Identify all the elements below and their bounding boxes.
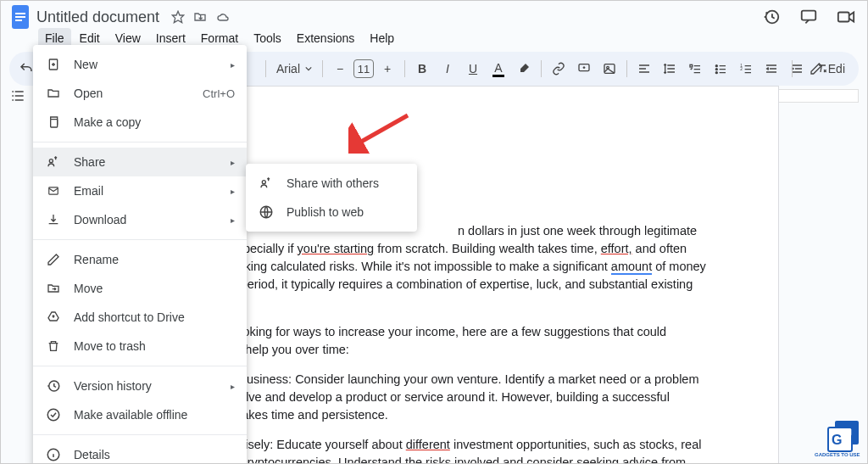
menu-separator bbox=[33, 239, 247, 240]
copy-icon bbox=[45, 114, 62, 131]
svg-marker-4 bbox=[172, 11, 183, 22]
paragraph[interactable]: 2. Invest wisely: Educate yourself about… bbox=[186, 436, 719, 463]
document-title[interactable]: Untitled document bbox=[31, 7, 164, 28]
svg-rect-3 bbox=[15, 20, 22, 21]
menu-help[interactable]: Help bbox=[363, 28, 401, 48]
menu-item-share[interactable]: Share ▸ bbox=[33, 148, 247, 176]
separator bbox=[265, 60, 266, 77]
menu-item-open[interactable]: Open Ctrl+O bbox=[33, 79, 247, 108]
svg-point-19 bbox=[49, 159, 53, 163]
menu-separator bbox=[33, 434, 247, 435]
menu-item-email[interactable]: Email ▸ bbox=[33, 176, 247, 205]
line-spacing-button[interactable] bbox=[658, 57, 682, 81]
paragraph[interactable]: If you're looking for ways to increase y… bbox=[186, 323, 719, 359]
menu-extensions[interactable]: Extensions bbox=[290, 28, 361, 48]
share-icon bbox=[45, 154, 62, 171]
star-icon[interactable] bbox=[171, 10, 185, 24]
font-family-selector[interactable]: Arial bbox=[271, 62, 317, 75]
svg-rect-6 bbox=[802, 11, 816, 20]
editing-mode-button[interactable]: Edi bbox=[801, 62, 854, 75]
svg-point-29 bbox=[262, 181, 265, 184]
numbered-list-button[interactable]: 12 bbox=[734, 57, 758, 81]
checklist-button[interactable] bbox=[683, 57, 707, 81]
highlight-button[interactable] bbox=[512, 57, 536, 81]
bold-button[interactable]: B bbox=[410, 57, 434, 81]
history-icon[interactable] bbox=[762, 8, 781, 26]
menu-item-rename[interactable]: Rename bbox=[33, 245, 247, 274]
menu-item-new[interactable]: New ▸ bbox=[33, 50, 247, 79]
menu-item-offline[interactable]: Make available offline bbox=[33, 400, 247, 429]
menu-item-download[interactable]: Download ▸ bbox=[33, 205, 247, 234]
menu-item-move[interactable]: Move bbox=[33, 274, 247, 303]
svg-rect-18 bbox=[51, 120, 58, 127]
svg-text:G: G bbox=[832, 433, 842, 447]
svg-point-14 bbox=[715, 72, 717, 74]
separator bbox=[404, 60, 405, 77]
menu-item-details[interactable]: Details bbox=[33, 440, 247, 464]
folder-open-icon bbox=[45, 85, 62, 102]
move-icon bbox=[45, 280, 62, 297]
share-person-icon bbox=[258, 175, 275, 192]
email-icon bbox=[45, 182, 62, 199]
svg-rect-2 bbox=[15, 16, 25, 18]
separator bbox=[322, 60, 323, 77]
submenu-item-share-with-others[interactable]: Share with others bbox=[246, 169, 417, 198]
insert-link-button[interactable] bbox=[547, 57, 570, 81]
svg-rect-7 bbox=[838, 13, 849, 22]
menu-tools[interactable]: Tools bbox=[247, 28, 288, 48]
menu-separator bbox=[33, 366, 247, 366]
underline-button[interactable]: U bbox=[461, 57, 485, 81]
rename-icon bbox=[45, 251, 62, 268]
svg-rect-1 bbox=[15, 13, 25, 14]
bulleted-list-button[interactable] bbox=[709, 57, 732, 81]
submenu-item-publish-to-web[interactable]: Publish to web bbox=[246, 198, 417, 226]
svg-point-12 bbox=[715, 65, 717, 67]
insert-comment-button[interactable] bbox=[572, 57, 596, 81]
paragraph[interactable]: hidden text for spacing before visible t… bbox=[186, 222, 719, 311]
insert-image-button[interactable] bbox=[598, 57, 621, 81]
cloud-status-icon[interactable] bbox=[215, 10, 231, 24]
trash-icon bbox=[45, 338, 62, 355]
chevron-right-icon: ▸ bbox=[231, 187, 235, 196]
chevron-right-icon: ▸ bbox=[231, 158, 235, 167]
svg-text:2: 2 bbox=[740, 67, 743, 71]
globe-icon bbox=[258, 204, 275, 221]
font-name-label: Arial bbox=[276, 62, 300, 75]
decrease-indent-button[interactable] bbox=[760, 57, 783, 81]
chevron-right-icon: ▸ bbox=[231, 382, 235, 391]
align-button[interactable] bbox=[632, 57, 656, 81]
text-color-button[interactable]: A bbox=[487, 57, 510, 81]
italic-button[interactable]: I bbox=[436, 57, 459, 81]
svg-point-22 bbox=[47, 409, 59, 421]
menu-separator bbox=[33, 142, 247, 143]
history-icon bbox=[45, 377, 62, 394]
svg-rect-11 bbox=[690, 64, 693, 67]
chevron-right-icon: ▸ bbox=[231, 60, 235, 70]
menu-item-make-copy[interactable]: Make a copy bbox=[33, 108, 247, 137]
info-icon bbox=[45, 446, 62, 463]
svg-text:U: U bbox=[843, 427, 852, 440]
docs-logo-icon[interactable] bbox=[9, 3, 31, 31]
svg-point-13 bbox=[715, 69, 717, 70]
drive-shortcut-icon bbox=[45, 309, 62, 326]
meet-icon[interactable] bbox=[837, 8, 855, 26]
new-doc-icon bbox=[45, 56, 62, 73]
increase-font-size-button[interactable]: + bbox=[376, 57, 399, 81]
share-submenu: Share with others Publish to web bbox=[246, 164, 417, 232]
font-size-input[interactable]: 11 bbox=[353, 59, 374, 78]
watermark-logo: G U GADGETS TO USE bbox=[811, 419, 862, 458]
menu-item-version-history[interactable]: Version history ▸ bbox=[33, 372, 247, 400]
file-menu-dropdown: New ▸ Open Ctrl+O Make a copy Share ▸ Em… bbox=[33, 45, 247, 464]
move-folder-icon[interactable] bbox=[193, 10, 207, 24]
separator bbox=[541, 60, 542, 77]
menu-item-add-shortcut[interactable]: Add shortcut to Drive bbox=[33, 303, 247, 332]
comments-icon[interactable] bbox=[799, 8, 818, 26]
decrease-font-size-button[interactable]: − bbox=[328, 57, 352, 81]
menu-item-move-to-trash[interactable]: Move to trash bbox=[33, 332, 247, 361]
outline-icon[interactable] bbox=[8, 86, 28, 106]
offline-icon bbox=[45, 406, 62, 423]
paragraph[interactable]: 1. Start a business: Consider launching … bbox=[186, 371, 719, 424]
editing-mode-label: Edi bbox=[828, 62, 845, 75]
chevron-right-icon: ▸ bbox=[231, 215, 235, 225]
separator bbox=[626, 60, 627, 77]
